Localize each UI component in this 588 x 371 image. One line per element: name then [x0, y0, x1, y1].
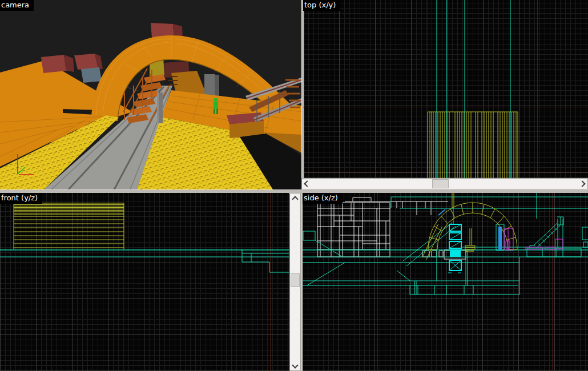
scroll-down-icon [292, 362, 298, 368]
vertical-scroll-thumb[interactable] [291, 273, 300, 287]
side-viewport-label: side (x/z) [303, 193, 343, 204]
side-viewport[interactable]: side (x/z) [303, 193, 588, 371]
top-viewport-label: top (x/y) [303, 0, 340, 11]
scaffold-ladder-cyan [448, 224, 461, 273]
brush-outlines-yellow [428, 112, 518, 178]
top-wireframe-canvas[interactable] [303, 0, 588, 178]
clip-brushes-magenta [505, 228, 563, 250]
scroll-up-button[interactable] [290, 193, 300, 203]
editor-window: camera [0, 0, 588, 371]
entity-lines-teal [0, 249, 289, 272]
camera-3d-canvas[interactable] [0, 0, 301, 189]
scroll-left-button[interactable] [302, 179, 311, 189]
side-wireframe-canvas[interactable] [303, 193, 588, 371]
scroll-right-button[interactable] [578, 179, 587, 189]
scroll-right-icon [579, 180, 585, 187]
front-viewport[interactable]: front (y/z) [0, 193, 289, 371]
brush-outlines-yellow [14, 203, 124, 249]
front-wireframe-canvas[interactable] [0, 193, 289, 371]
vertical-scrollbar[interactable] [289, 193, 301, 371]
front-viewport-label: front (y/z) [0, 193, 42, 204]
support-pole [157, 92, 163, 123]
camera-viewport[interactable]: camera [0, 0, 301, 189]
horizontal-scroll-thumb[interactable] [432, 179, 449, 188]
scroll-left-icon [304, 180, 310, 187]
scroll-up-icon [292, 196, 298, 202]
scroll-down-button[interactable] [290, 361, 300, 370]
entity-lines-teal [437, 0, 510, 178]
horizontal-scrollbar[interactable] [301, 178, 588, 189]
camera-viewport-label: camera [0, 0, 34, 11]
top-viewport[interactable]: top (x/y) [303, 0, 588, 178]
